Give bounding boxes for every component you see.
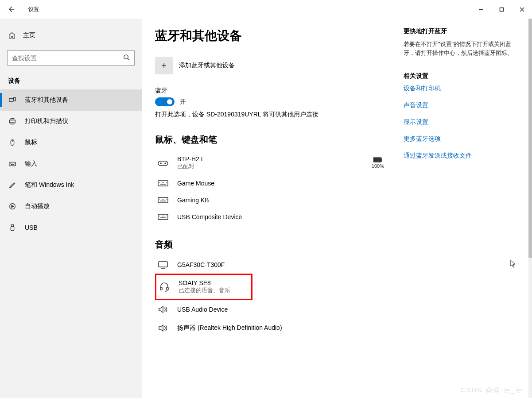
group-heading-mkp: 鼠标、键盘和笔 (155, 134, 395, 146)
home-label: 主页 (23, 31, 35, 39)
app-title: 设置 (28, 6, 39, 13)
device-name: BTP-H2 L (177, 155, 204, 162)
battery-indicator: 100% (372, 157, 393, 169)
svg-rect-17 (11, 227, 14, 230)
scrollbar-thumb[interactable] (528, 19, 532, 258)
keyboard-icon (157, 213, 169, 221)
nav-label: 蓝牙和其他设备 (25, 96, 68, 104)
svg-point-20 (165, 163, 166, 164)
svg-rect-50 (160, 287, 162, 290)
headset-icon (158, 282, 171, 292)
link-display-settings[interactable]: 显示设置 (404, 118, 519, 126)
svg-rect-23 (381, 159, 382, 161)
sidebar-section-label: 设备 (0, 66, 142, 89)
home-link[interactable]: 主页 (0, 27, 142, 44)
device-row[interactable]: Game Mouse (155, 175, 395, 192)
device-row[interactable]: BTP-H2 L 已配对 100% (155, 151, 395, 175)
quick-bt-text: 若要在不打开"设置"的情况下打开或关闭蓝牙，请打开操作中心，然后选择蓝牙图标。 (404, 40, 519, 57)
svg-rect-22 (374, 158, 381, 162)
scrollbar[interactable] (528, 19, 532, 398)
nav-label: 鼠标 (25, 139, 37, 147)
search-icon (123, 54, 130, 62)
watermark: CSDN @@ 눈_눈 (460, 386, 523, 394)
sidebar: 主页 设备 蓝牙和其他设备 打印机和扫描仪 鼠标 输入 笔和 Windows (0, 19, 142, 398)
bluetooth-toggle[interactable] (155, 97, 175, 106)
svg-point-1 (124, 55, 128, 59)
svg-point-19 (160, 163, 161, 164)
bluetooth-state: 开 (180, 98, 186, 106)
device-row[interactable]: Gaming KB (155, 192, 395, 209)
svg-rect-51 (167, 287, 168, 290)
device-name: USB Composite Device (177, 213, 242, 220)
monitor-icon (157, 260, 169, 269)
device-status: 已连接的语音、音乐 (179, 286, 230, 294)
sidebar-item-pen[interactable]: 笔和 Windows Ink (0, 174, 142, 196)
battery-percent: 100% (372, 163, 384, 169)
svg-rect-24 (158, 181, 168, 186)
sidebar-item-printers[interactable]: 打印机和扫描仪 (0, 111, 142, 132)
speaker-icon (157, 305, 169, 314)
link-bt-send-receive[interactable]: 通过蓝牙发送或接收文件 (404, 152, 519, 160)
device-row[interactable]: G5AF30C-T300F (155, 256, 395, 274)
page-title: 蓝牙和其他设备 (155, 27, 395, 44)
svg-rect-3 (14, 97, 16, 101)
device-status: 已配对 (177, 162, 204, 170)
device-row[interactable]: USB Composite Device (155, 209, 395, 225)
link-sound-settings[interactable]: 声音设置 (404, 101, 519, 109)
keyboard-icon (157, 196, 169, 204)
add-device-button[interactable]: + 添加蓝牙或其他设备 (155, 57, 395, 74)
nav-label: 输入 (25, 160, 37, 168)
link-more-bluetooth[interactable]: 更多蓝牙选项 (404, 135, 519, 143)
close-button[interactable] (512, 2, 532, 16)
mouse-icon (8, 139, 17, 147)
titlebar: 设置 (0, 0, 532, 19)
add-device-label: 添加蓝牙或其他设备 (179, 62, 235, 70)
bluetooth-devices-icon (8, 96, 17, 104)
maximize-button[interactable] (491, 2, 512, 16)
search-input[interactable] (8, 54, 134, 62)
sidebar-item-autoplay[interactable]: 自动播放 (0, 196, 142, 217)
sidebar-item-bluetooth[interactable]: 蓝牙和其他设备 (0, 89, 142, 111)
svg-rect-2 (9, 98, 13, 101)
device-name: SOAIY SE8 (179, 279, 230, 286)
back-button[interactable] (0, 0, 22, 19)
device-row[interactable]: USB Audio Device (155, 300, 395, 319)
maximize-icon (499, 7, 504, 12)
nav-label: 自动播放 (25, 202, 50, 210)
keyboard-icon (8, 160, 17, 168)
svg-rect-18 (158, 161, 168, 166)
device-row-highlighted[interactable]: SOAIY SE8 已连接的语音、音乐 (155, 274, 252, 300)
arrow-left-icon (8, 6, 15, 13)
bluetooth-hint: 打开此选项，设备 SD-20190319UYRL 将可供其他用户连接 (155, 111, 395, 119)
usb-icon (8, 224, 17, 232)
bluetooth-heading: 蓝牙 (155, 87, 395, 95)
sidebar-item-mouse[interactable]: 鼠标 (0, 132, 142, 153)
device-name: 扬声器 (Realtek High Definition Audio) (177, 324, 282, 332)
related-heading: 相关设置 (404, 72, 519, 80)
gamepad-icon (157, 158, 169, 167)
sidebar-item-usb[interactable]: USB (0, 217, 142, 238)
minimize-button[interactable] (471, 2, 491, 16)
svg-rect-4 (10, 120, 16, 123)
svg-rect-32 (158, 197, 168, 203)
svg-rect-0 (500, 8, 503, 11)
speaker-icon (157, 323, 169, 333)
device-name: G5AF30C-T300F (177, 261, 225, 268)
device-name: Game Mouse (177, 180, 214, 187)
minimize-icon (479, 7, 484, 12)
autoplay-icon (8, 202, 17, 210)
group-heading-audio: 音频 (155, 239, 395, 251)
nav-label: 打印机和扫描仪 (25, 117, 68, 125)
quick-bt-heading: 更快地打开蓝牙 (404, 27, 519, 35)
link-devices-printers[interactable]: 设备和打印机 (404, 85, 519, 93)
svg-rect-9 (9, 162, 16, 166)
device-name: USB Audio Device (177, 306, 228, 313)
device-row[interactable]: 扬声器 (Realtek High Definition Audio) (155, 319, 395, 337)
sidebar-item-typing[interactable]: 输入 (0, 153, 142, 174)
nav-label: 笔和 Windows Ink (25, 181, 74, 189)
svg-rect-40 (158, 214, 168, 220)
battery-icon (373, 157, 383, 162)
printer-icon (8, 117, 17, 125)
search-box[interactable] (7, 50, 135, 66)
svg-rect-48 (159, 262, 167, 267)
